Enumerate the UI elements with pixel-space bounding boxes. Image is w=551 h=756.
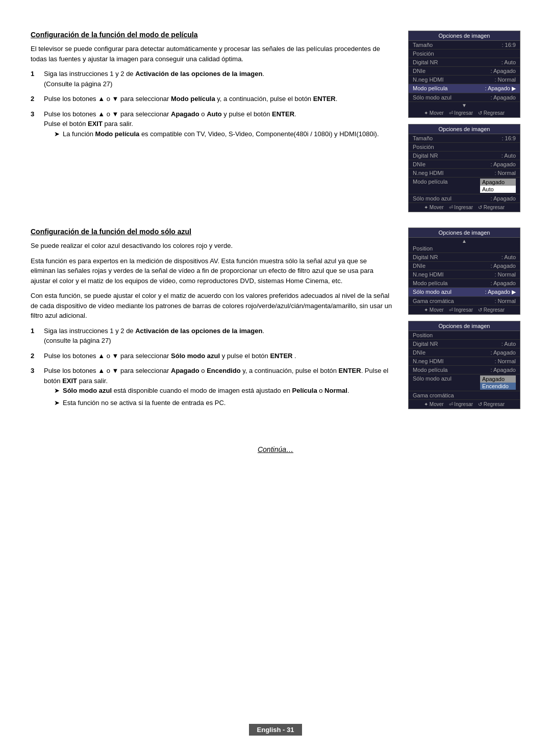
panel-row: Digital NR : Auto	[409, 253, 520, 262]
section2-desc2: Esta función es para expertos en la medi…	[31, 256, 393, 286]
row-label: Posición	[413, 51, 434, 57]
step-text: Pulse los botones ▲ o ▼ para seleccionar…	[44, 109, 393, 141]
row-label: N.neg HDMI	[413, 358, 444, 364]
panel3-title: Opciones de imagen	[409, 228, 520, 238]
panel-row-solo-azul: Sólo modo azul Apagado Encendido	[409, 374, 520, 391]
row-label: Sólo modo azul	[413, 289, 452, 295]
down-arrow: ▼	[409, 102, 520, 109]
panel-row: Position	[409, 331, 520, 340]
note-text: Esta función no se activa si la fuente d…	[63, 398, 226, 408]
panel-row: N.neg HDMI : Normal	[409, 169, 520, 178]
panel-row: DNIe : Apagado	[409, 348, 520, 357]
step-text: Siga las instrucciones 1 y 2 de Activaci…	[44, 69, 393, 89]
panel-row: Sólo modo azul : Apagado	[409, 93, 520, 102]
panel2-title: Opciones de imagen	[409, 124, 520, 134]
section2-title: Configuración de la función del modo sól…	[31, 228, 393, 236]
row-label: Digital NR	[413, 59, 438, 65]
row-label: Digital NR	[413, 254, 438, 260]
row-value: : Apagado	[490, 280, 516, 286]
panel-row-modo-pelicula: Modo película Apagado Auto	[409, 178, 520, 194]
row-value: : Apagado	[490, 195, 516, 201]
row-label: Gama cromática	[413, 298, 454, 304]
panel-row: Modo película : Apagado	[409, 366, 520, 374]
note-item: ➤ Sólo modo azul está disponible cuando …	[54, 386, 393, 396]
section1-text: Configuración de la función del modo de …	[31, 31, 393, 212]
panel2-footer: ✦ Mover ⏎ Ingresar ↺ Regresar	[409, 203, 520, 212]
dropdown-option-auto: Auto	[480, 186, 516, 193]
step-text: Siga las instrucciones 1 y 2 de Activaci…	[44, 326, 393, 346]
footer-move: ✦ Mover	[424, 110, 444, 116]
row-label: Tamaño	[413, 135, 433, 141]
row-label: DNIe	[413, 349, 425, 356]
section2-row: Configuración de la función del modo sól…	[31, 228, 520, 415]
step-text: Pulse los botones ▲ o ▼ para seleccionar…	[44, 366, 393, 410]
row-value: : Apagado	[490, 94, 516, 100]
row-value: : Normal	[494, 170, 516, 176]
footer-move: ✦ Mover	[424, 401, 444, 407]
row-label: DNIe	[413, 161, 425, 167]
panel-row: Gama cromática	[409, 391, 520, 400]
panel-row: Gama cromática : Normal	[409, 297, 520, 306]
footer-enter: ⏎ Ingresar	[449, 401, 473, 407]
step-item: 1 Siga las instrucciones 1 y 2 de Activa…	[31, 69, 393, 89]
section2-text: Configuración de la función del modo sól…	[31, 228, 393, 415]
panel-row: DNIe : Apagado	[409, 160, 520, 169]
panel1-footer: ✦ Mover ⏎ Ingresar ↺ Regresar	[409, 109, 520, 117]
row-label: DNIe	[413, 263, 425, 269]
footer-back: ↺ Regresar	[478, 110, 505, 116]
panel-row: N.neg HDMI : Normal	[409, 357, 520, 366]
step-number: 1	[31, 326, 39, 346]
step-number: 2	[31, 94, 39, 104]
row-value: : Apagado	[490, 263, 516, 269]
row-value: : Normal	[494, 271, 516, 278]
panel1: Opciones de imagen Tamaño : 16:9 Posició…	[408, 31, 520, 118]
panel-row: Tamaño : 16:9	[409, 134, 520, 143]
step-item: 2 Pulse los botones ▲ o ▼ para seleccion…	[31, 94, 393, 104]
note-item: ➤ Esta función no se activa si la fuente…	[54, 398, 393, 408]
section2-desc3: Con esta función, se puede ajustar el co…	[31, 291, 393, 321]
row-label: N.neg HDMI	[413, 77, 444, 83]
row-value: : Normal	[494, 298, 516, 304]
step-text: Pulse los botones ▲ o ▼ para seleccionar…	[44, 94, 393, 104]
row-value: : Auto	[502, 341, 516, 347]
row-value: : Auto	[502, 59, 516, 65]
step-item: 2 Pulse los botones ▲ o ▼ para seleccion…	[31, 351, 393, 361]
step-item: 1 Siga las instrucciones 1 y 2 de Activa…	[31, 326, 393, 346]
row-label: DNIe	[413, 68, 425, 74]
arrow-symbol: ➤	[54, 386, 60, 396]
row-label: N.neg HDMI	[413, 271, 444, 278]
row-value: : Apagado	[490, 349, 516, 356]
step-number: 1	[31, 69, 39, 89]
panel-row: Digital NR : Auto	[409, 340, 520, 348]
step-item: 3 Pulse los botones ▲ o ▼ para seleccion…	[31, 366, 393, 410]
row-label: Tamaño	[413, 42, 433, 48]
row-value: : Apagado	[490, 68, 516, 74]
section1-steps: 1 Siga las instrucciones 1 y 2 de Activa…	[31, 69, 393, 141]
footer-back: ↺ Regresar	[478, 205, 505, 210]
footer-badge: English - 31	[249, 724, 303, 736]
row-label: Digital NR	[413, 341, 438, 347]
section1-row: Configuración de la función del modo de …	[31, 31, 520, 212]
row-value: : Auto	[502, 254, 516, 260]
row-label: Modo película	[413, 85, 448, 92]
panel-row: Tamaño : 16:9	[409, 41, 520, 49]
section1-panels: Opciones de imagen Tamaño : 16:9 Posició…	[408, 31, 520, 212]
row-label: Sólo modo azul	[413, 195, 452, 201]
footer-enter: ⏎ Ingresar	[449, 307, 473, 313]
row-value: : Normal	[494, 77, 516, 83]
step-number: 2	[31, 351, 39, 361]
panel-row: Posición	[409, 143, 520, 152]
footer-back: ↺ Regresar	[478, 307, 505, 313]
note-item: ➤ La función Modo película es compatible…	[54, 129, 393, 139]
footer-move: ✦ Mover	[424, 307, 444, 313]
panel4: Opciones de imagen Position Digital NR :…	[408, 321, 520, 409]
row-label: Position	[413, 332, 433, 338]
section2-desc1: Se puede realizar el color azul desactiv…	[31, 241, 393, 251]
row-value: : Apagado ▶	[485, 289, 516, 295]
panel-row-highlighted: Sólo modo azul : Apagado ▶	[409, 288, 520, 297]
row-value: : Normal	[494, 358, 516, 364]
row-label: Sólo modo azul	[413, 94, 452, 100]
row-label: Modo película	[413, 179, 448, 185]
panel1-title: Opciones de imagen	[409, 31, 520, 41]
step-text: Pulse los botones ▲ o ▼ para seleccionar…	[44, 351, 393, 361]
